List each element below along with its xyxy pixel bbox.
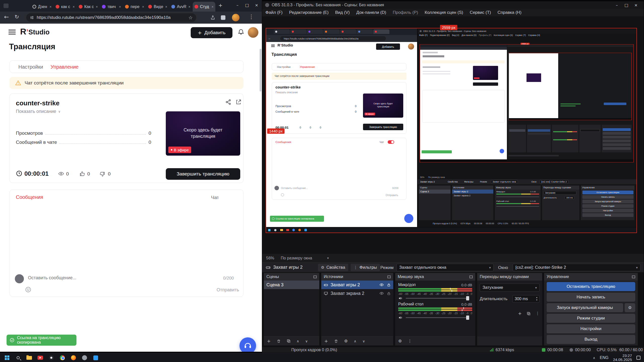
browser-tab[interactable]: AvvR× [170, 2, 192, 12]
stop-streaming-button[interactable]: Остановить трансляцию [547, 282, 635, 291]
new-tab-button[interactable]: + [218, 3, 223, 8]
messages-tab[interactable]: Сообщения [16, 194, 43, 200]
detach-icon[interactable] [387, 276, 391, 278]
notification-center-icon[interactable] [636, 356, 640, 360]
tab-settings[interactable]: Настройки [18, 64, 43, 70]
remove-scene-icon[interactable] [277, 339, 281, 343]
vscode-icon[interactable] [90, 353, 101, 362]
detach-icon[interactable] [313, 276, 317, 278]
share-stream-icon[interactable] [225, 99, 232, 105]
user-avatar[interactable] [248, 27, 258, 38]
spinner-down-icon[interactable]: ▾ [536, 299, 537, 301]
menu-profile[interactable]: Профиль (P) [389, 10, 421, 15]
url-field[interactable]: ☆ [26, 13, 196, 22]
menu-help[interactable]: Справка (H) [494, 10, 525, 15]
speaker-icon[interactable] [398, 315, 403, 320]
exit-button[interactable]: Выход [547, 335, 635, 344]
profile-avatar[interactable] [232, 14, 239, 21]
remove-source-icon[interactable] [334, 339, 338, 343]
window-close-button[interactable]: × [252, 0, 261, 10]
firefox-icon[interactable] [68, 353, 79, 362]
source-properties-gear-icon[interactable]: ⚙ [344, 339, 348, 343]
zoom-fit-dropdown[interactable]: По размеру окна▾ [281, 256, 329, 260]
grey-app-icon[interactable] [79, 353, 90, 362]
tray-chevron-icon[interactable]: ∧ [593, 356, 595, 359]
end-stream-button[interactable]: Завершить трансляцию [166, 168, 240, 180]
browser-tab[interactable]: Виде× [146, 2, 169, 12]
add-button[interactable]: + Добавить [191, 27, 232, 38]
mixer-kebab-icon[interactable]: ⋮ [408, 339, 412, 343]
youtube-icon[interactable] [35, 353, 46, 362]
volume-slider[interactable] [398, 295, 472, 301]
scenes-dock-header[interactable]: Сцены [264, 273, 319, 281]
menu-tools[interactable]: Сервис (T) [466, 10, 494, 15]
lock-icon[interactable] [387, 292, 391, 295]
speaker-icon[interactable] [398, 296, 403, 300]
chrome-icon[interactable] [57, 353, 68, 362]
copy-transition-icon[interactable] [527, 312, 531, 315]
filters-button[interactable]: ⋮Фильтры [351, 264, 380, 271]
browser-menu-kebab-icon[interactable]: ⋮ [249, 14, 254, 20]
extensions-puzzle-icon[interactable] [221, 15, 225, 20]
browser-tab[interactable]: твич× [100, 2, 123, 12]
settings-button[interactable]: Настройки [547, 324, 635, 333]
move-scene-down-icon[interactable]: ∨ [305, 339, 308, 343]
menu-docks[interactable]: Док-панели (D) [353, 10, 389, 15]
source-item[interactable]: Захват экрана 2 [321, 289, 393, 298]
obs-canvas[interactable]: ← https://studio.rutube.ru/stream/768639… [266, 28, 637, 233]
studio-mode-button[interactable]: Режим студии [547, 314, 635, 323]
dark-app-icon[interactable] [46, 353, 57, 362]
source-item-selected[interactable]: Захват игры 2 [321, 281, 393, 289]
browser-tab-active[interactable]: Студ× [193, 2, 215, 12]
browser-tab[interactable]: Дзен× [31, 2, 53, 12]
tab-management[interactable]: Управление [51, 64, 78, 70]
menu-view[interactable]: Вид (V) [332, 10, 353, 15]
browser-tab[interactable]: как с× [54, 2, 76, 12]
obs-title-bar[interactable]: OBS 31.0.3 - Профиль: Без названия - Сце… [262, 1, 644, 9]
add-source-icon[interactable]: + [324, 339, 328, 343]
window-minimize-button[interactable]: – [233, 0, 242, 10]
detach-icon[interactable] [632, 276, 635, 278]
back-icon[interactable]: ← [4, 14, 9, 20]
bookmark-star-icon[interactable]: ☆ [188, 15, 193, 20]
add-scene-icon[interactable]: + [267, 339, 271, 343]
thumb-down-icon[interactable] [99, 171, 105, 177]
hamburger-menu-icon[interactable] [9, 30, 16, 35]
scrollbar-thumb[interactable] [260, 49, 261, 92]
duration-spinner[interactable]: 300 ms ▾▾ [512, 295, 540, 303]
browser-tab[interactable]: пере× [123, 2, 146, 12]
tab-close-icon[interactable]: × [50, 5, 52, 9]
show-description-toggle[interactable]: Показать описание ∨ [16, 109, 61, 114]
open-external-icon[interactable] [235, 99, 242, 105]
move-scene-up-icon[interactable]: ∧ [297, 339, 299, 343]
visibility-eye-icon[interactable] [379, 283, 384, 287]
send-button[interactable]: Отправить [217, 287, 239, 293]
stream-preview-thumbnail[interactable]: Скоро здесь будет трансляция В эфире [166, 111, 240, 156]
move-source-up-icon[interactable]: ∧ [354, 339, 356, 343]
site-settings-icon[interactable] [30, 15, 34, 20]
support-chat-fab[interactable] [239, 337, 256, 352]
volume-handle[interactable] [466, 296, 469, 300]
capture-mode-dropdown[interactable]: Захват отдельного окна▾ [396, 264, 494, 271]
tab-close-icon[interactable]: × [212, 5, 214, 9]
tab-close-icon[interactable]: × [73, 5, 75, 9]
start-button[interactable] [2, 353, 13, 362]
sources-dock-header[interactable]: Источники [321, 273, 393, 281]
share-icon[interactable] [210, 15, 215, 20]
duplicate-scene-icon[interactable] [287, 339, 291, 343]
add-transition-icon[interactable]: + [518, 311, 522, 316]
move-source-down-icon[interactable]: ∨ [363, 339, 365, 343]
transitions-dock-header[interactable]: Переходы между сценами [477, 273, 542, 281]
properties-button[interactable]: ⚙Свойства [318, 264, 348, 271]
volume-handle[interactable] [466, 315, 469, 320]
controls-dock-header[interactable]: Управление [544, 273, 638, 281]
virtual-camera-settings-button[interactable]: ⚙ [625, 303, 635, 312]
capture-window-dropdown[interactable]: [cs2.exe]: Counter-Strike 2▾ [513, 264, 640, 271]
tab-close-icon[interactable]: × [142, 5, 144, 9]
chat-message-input[interactable] [28, 275, 169, 281]
tab-groups-icon[interactable] [4, 4, 9, 8]
transition-kebab-icon[interactable]: ⋮ [536, 311, 540, 315]
url-input[interactable] [37, 15, 186, 20]
menu-edit[interactable]: Редактирование (E) [286, 10, 332, 15]
mixer-gear-icon[interactable]: ⚙ [398, 339, 402, 343]
